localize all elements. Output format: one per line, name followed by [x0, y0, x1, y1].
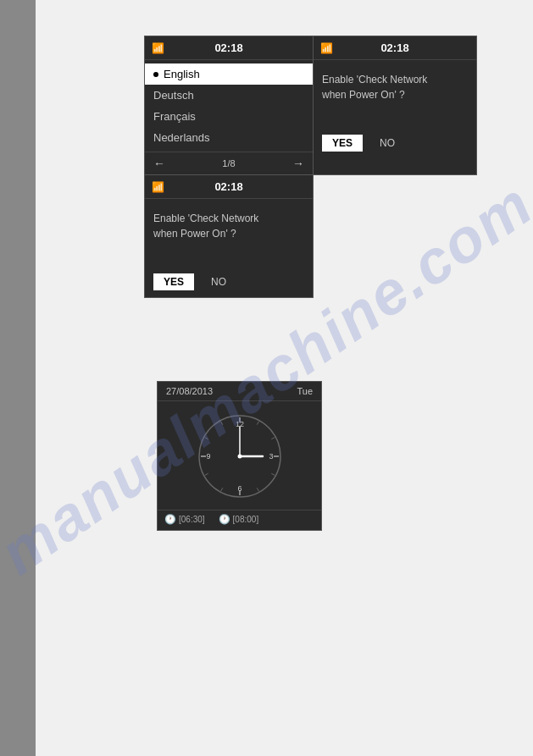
- lang-nav-back[interactable]: ←: [153, 157, 165, 170]
- lang-item-deutsch[interactable]: Deutsch: [145, 85, 313, 106]
- network-top-buttons: YES NO: [314, 128, 476, 158]
- network-top-no-button[interactable]: NO: [380, 137, 395, 149]
- bottom-screen-row: 📶 02:18 Enable 'Check Network when Power…: [144, 174, 477, 298]
- network-bottom-q1: Enable 'Check Network: [153, 212, 258, 224]
- svg-point-19: [237, 455, 242, 459]
- network-top-header: 📶 02:18: [314, 36, 476, 60]
- svg-text:9: 9: [206, 452, 210, 461]
- lang-label-nederlands: Nederlands: [153, 131, 210, 144]
- network-bottom-body: Enable 'Check Network when Power On' ?: [145, 199, 313, 267]
- alarm-time-2: [08:00]: [233, 515, 259, 524]
- network-screen-bottom: 📶 02:18 Enable 'Check Network when Power…: [144, 174, 314, 298]
- left-sidebar: [0, 0, 36, 756]
- lang-nav-forward[interactable]: →: [292, 157, 304, 170]
- network-bottom-yes-button[interactable]: YES: [153, 273, 194, 290]
- network-bottom-buttons: YES NO: [145, 267, 313, 297]
- network-top-q1: Enable 'Check Network: [322, 74, 427, 86]
- network-top-q2: when Power On' ?: [322, 89, 405, 101]
- network-bottom-no-button[interactable]: NO: [211, 276, 226, 288]
- top-screens-row: 📶 02:18 English Deutsch Français Nederla…: [144, 36, 477, 175]
- lang-item-francais[interactable]: Français: [145, 106, 313, 127]
- lang-nav-bar: ← 1/8 →: [145, 152, 313, 174]
- clock-face: 12 3 6 9: [193, 410, 286, 503]
- lang-label-english: English: [164, 68, 200, 80]
- network-screen-top: 📶 02:18 Enable 'Check Network when Power…: [314, 36, 477, 175]
- wifi-icon-network-bottom: 📶: [152, 181, 164, 193]
- network-top-body: Enable 'Check Network when Power On' ?: [314, 60, 476, 128]
- network-top-question: Enable 'Check Network when Power On' ?: [322, 72, 468, 102]
- alarm-item-2: 🕐 [08:00]: [219, 514, 259, 525]
- lang-item-nederlands[interactable]: Nederlands: [145, 127, 313, 148]
- clock-face-container: 12 3 6 9: [158, 401, 321, 510]
- svg-text:3: 3: [269, 452, 273, 461]
- alarm-time-1: [06:30]: [179, 515, 205, 524]
- network-top-time: 02:18: [380, 41, 408, 54]
- lang-screen-time: 02:18: [214, 41, 242, 54]
- alarm-icon-2: 🕐: [219, 514, 230, 525]
- network-bottom-q2: when Power On' ?: [153, 228, 236, 240]
- wifi-icon-lang: 📶: [152, 42, 164, 54]
- lang-label-francais: Français: [153, 110, 196, 123]
- clock-alarms: 🕐 [06:30] 🕐 [08:00]: [158, 510, 321, 530]
- lang-nav-page: 1/8: [222, 158, 235, 168]
- language-list: English Deutsch Français Nederlands: [145, 60, 313, 152]
- network-top-yes-button[interactable]: YES: [322, 135, 363, 152]
- svg-text:6: 6: [237, 484, 242, 493]
- lang-label-deutsch: Deutsch: [153, 89, 194, 102]
- clock-day: Tue: [297, 386, 313, 396]
- clock-header: 27/08/2013 Tue: [158, 382, 321, 401]
- network-bottom-time: 02:18: [214, 180, 242, 193]
- alarm-item-1: 🕐 [06:30]: [164, 514, 205, 525]
- wifi-icon-network-top: 📶: [320, 42, 333, 54]
- lang-item-english[interactable]: English: [145, 63, 313, 85]
- lang-screen-header: 📶 02:18: [145, 36, 313, 60]
- lang-selected-dot: [153, 72, 158, 77]
- network-bottom-header: 📶 02:18: [145, 175, 313, 199]
- alarm-icon-1: 🕐: [164, 514, 176, 525]
- network-bottom-question: Enable 'Check Network when Power On' ?: [153, 211, 304, 241]
- language-screen: 📶 02:18 English Deutsch Français Nederla…: [144, 36, 314, 175]
- top-screens-container: 📶 02:18 English Deutsch Français Nederla…: [144, 36, 477, 298]
- clock-screen: 27/08/2013 Tue 12 3 6 9: [157, 381, 322, 531]
- clock-date: 27/08/2013: [166, 386, 213, 396]
